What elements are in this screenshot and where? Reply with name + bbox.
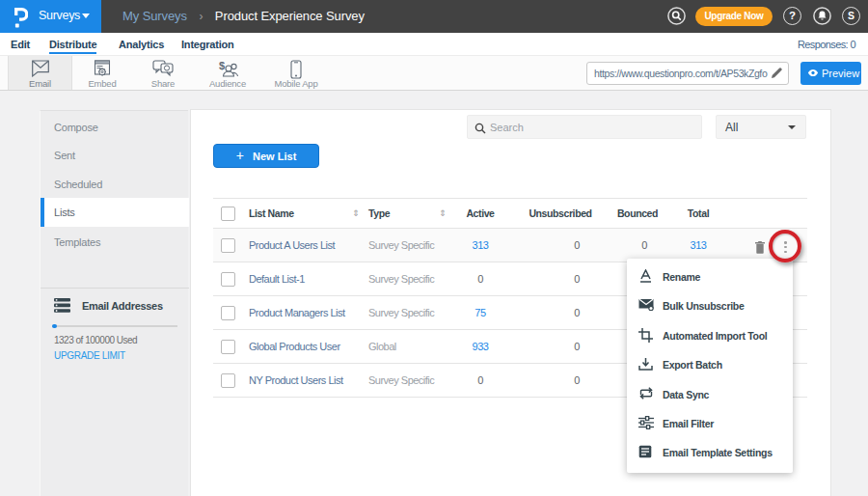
svg-text:$: $	[219, 60, 225, 71]
